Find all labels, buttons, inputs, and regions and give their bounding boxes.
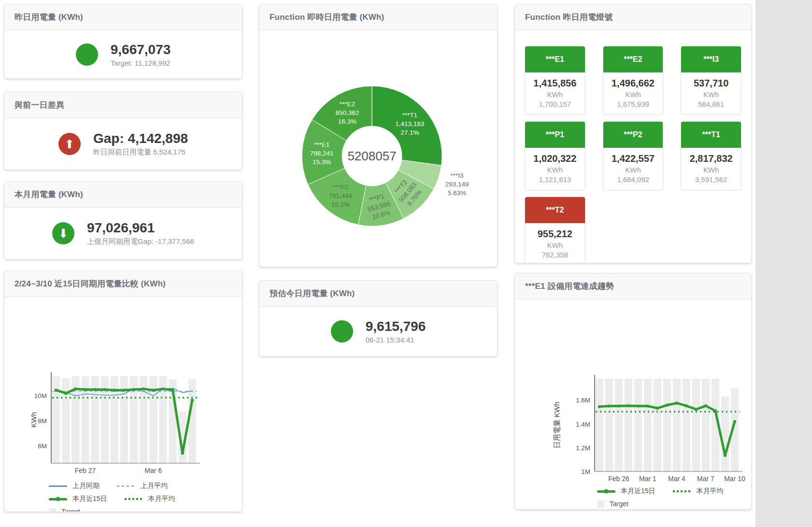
y-tick-label: 6M [38,442,47,450]
tile-value: 2,817,832 [682,153,740,164]
card-title: 2/24~3/10 近15日同期用電量比較 (KWh) [14,278,166,289]
legend-swatch-thick-icon [597,490,615,493]
y-tick-label: 1.4M [576,421,590,428]
y-axis-label: 日用電量 KWh [553,402,561,449]
legend-label: 上月同期 [72,482,100,490]
tile-name: ***I3 [681,46,741,72]
legend-item[interactable]: 上月平均 [117,482,168,490]
card-15day-comparison: 2/24~3/10 近15日同期用電量比較 (KWh) 6M8M10MFeb 2… [4,271,242,512]
tile-unit: KWh [526,166,584,174]
tile-body: 1,496,662KWh1,675,939 [603,72,663,114]
card-header: 2/24~3/10 近15日同期用電量比較 (KWh) [4,271,242,297]
tile-target: 1,700,157 [526,100,584,108]
tile-value: 1,496,662 [604,78,662,89]
comparison-line-chart: 6M8M10MFeb 27Mar 6KWh [4,297,242,477]
status-circle-green: ⬇ [52,222,74,244]
card-title: 預估今日用電量 (KWh) [270,288,355,299]
legend-label: Target [61,508,80,512]
tile-body: 1,020,322KWh1,121,613 [525,148,585,190]
tile-unit: KWh [604,90,662,99]
card-month-usage: 本月用電量 (KWh) ⬇ 97,026,961 上個月同期用電Gap: -17… [4,181,242,259]
tile-name: ***P2 [603,122,663,148]
card-title: Function 昨日用電燈號 [525,12,613,23]
legend-swatch-dots-icon [673,490,691,492]
tile-value: 955,212 [526,228,584,240]
legend-item[interactable]: 本月平均 [673,487,724,496]
legend-swatch-square-icon [597,500,604,508]
target-bar [644,379,652,471]
stat-subtitle: 06-21 15:34:41 [366,336,426,344]
card-e1-trend: ***E1 設備用電達成趨勢 1M1.2M1.4M1.6MFeb 26Mar 1… [514,273,752,510]
arrow-up-icon: ⬆ [64,138,74,150]
tile-value: 1,422,557 [604,153,662,164]
legend-swatch-dash-icon [117,485,135,487]
tile-unit: KWh [682,90,740,99]
x-tick-label: Mar 10 [724,475,745,482]
stat-body: 9,615,796 06-21 15:34:41 [259,307,497,356]
tile-target: 1,675,939 [604,100,662,108]
card-day-gap: 與前一日差異 ⬆ Gap: 4,142,898 昨日與前日用電量 5,524,1… [4,92,242,170]
stat-value: 97,026,961 [87,220,194,236]
tile-name: ***E1 [525,46,585,72]
donut-chart: ***T11,413,18327.1%***I3293,1495.63%***T… [259,30,497,266]
tile-value: 537,710 [682,78,740,89]
tile-value: 1,020,322 [526,153,584,164]
x-tick-label: Mar 4 [668,475,685,482]
status-circle-green [331,320,353,342]
card-estimate-today: 預估今日用電量 (KWh) 9,615,796 06-21 15:34:41 [259,280,498,356]
card-title: 本月用電量 (KWh) [14,189,83,200]
tile-target: 1,684,092 [604,175,662,184]
tile-body: 2,817,832KWh3,591,562 [681,148,741,190]
legend-label: 本月近15日 [72,495,107,503]
target-bar [625,379,632,471]
light-tile: ***T2955,212KWh762,358 [525,197,585,263]
legend-item[interactable]: Target [49,508,80,512]
tile-body: 1,422,557KWh1,684,092 [603,148,663,190]
card-yesterday-usage: 昨日用電量 (KWh) 9,667,073 Target: 11,128,992 [4,4,242,79]
y-tick-label: 1.2M [576,444,590,452]
tile-body: 537,710KWh584,861 [681,72,741,114]
donut-center-total: 5208057 [347,149,396,163]
legend-item[interactable]: 上月同期 [49,482,100,490]
target-bar [683,379,690,471]
target-bar [721,397,729,471]
card-realtime-donut: Function 即時日用電量 (KWh) ***T11,413,18327.1… [259,4,498,267]
tile-unit: KWh [604,166,662,174]
status-circle-green [76,43,98,66]
card-title: 昨日用電量 (KWh) [14,12,83,23]
arrow-down-icon: ⬇ [58,228,69,240]
legend-label: 本月近15日 [621,487,655,496]
legend-swatch-square-icon [49,508,56,513]
light-tile: ***E21,496,662KWh1,675,939 [603,46,664,115]
card-title: 與前一日差異 [14,100,64,111]
tile-body: 955,212KWh762,358 [525,223,585,263]
e1-trend-line-chart: 1M1.2M1.4M1.6MFeb 26Mar 1Mar 4Mar 7Mar 1… [515,299,751,482]
stat-subtitle: 上個月同期用電Gap: -17,377,566 [87,237,194,246]
donut-slice-label: ***I3293,1495.63% [445,172,469,197]
tile-body: 1,415,856KWh1,700,157 [525,72,585,114]
card-header: 預估今日用電量 (KWh) [259,281,497,307]
card-header: 與前一日差異 [4,92,242,118]
target-bar [596,379,603,471]
legend-swatch-line-icon [49,485,67,487]
page-background-strip [755,0,812,527]
card-title: ***E1 設備用電達成趨勢 [525,281,614,292]
tile-name: ***P1 [525,122,585,148]
card-header: Function 昨日用電燈號 [515,4,751,30]
card-header: Function 即時日用電量 (KWh) [259,4,497,30]
legend-item[interactable]: 本月近15日 [597,487,655,496]
target-bar [663,379,671,471]
x-tick-label: Feb 27 [75,467,96,474]
tile-name: ***E2 [603,46,663,72]
legend-item[interactable]: 本月近15日 [49,495,107,503]
card-header: 昨日用電量 (KWh) [4,4,242,30]
legend-item[interactable]: Target [597,500,628,508]
tile-name: ***T2 [525,197,585,223]
y-tick-label: 1.6M [576,397,590,404]
card-title: Function 即時日用電量 (KWh) [270,12,384,23]
legend-swatch-thick-icon [49,498,67,500]
tile-unit: KWh [526,90,584,99]
tile-target: 3,591,562 [682,175,740,184]
target-bar [634,379,642,471]
legend-item[interactable]: 本月平均 [125,495,175,503]
